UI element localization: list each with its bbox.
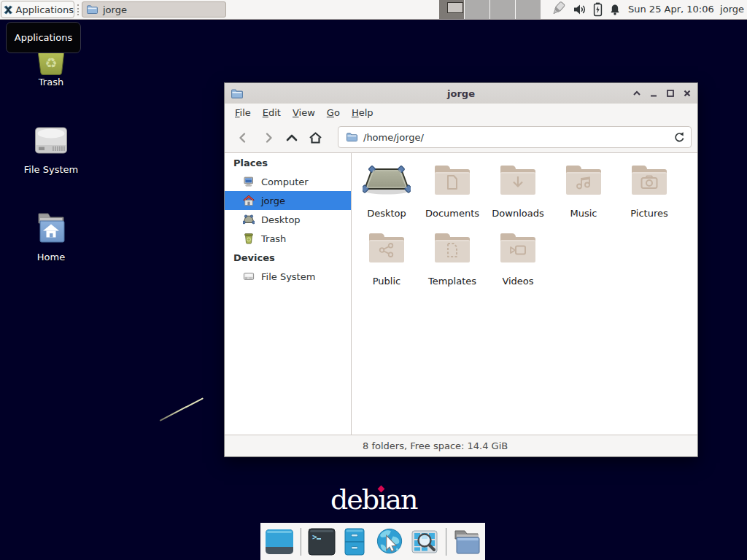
desktop-filesystem-icon[interactable]	[34, 124, 68, 159]
trash-icon	[243, 233, 255, 244]
file-manager-window: jorge File Edit View Go Help /home/jorge…	[224, 82, 698, 457]
folder-music-icon	[566, 166, 601, 195]
dock-show-desktop-icon[interactable]	[265, 528, 294, 558]
reload-button[interactable]	[673, 131, 686, 146]
notifications-bell-icon[interactable]	[609, 4, 621, 16]
window-titlebar[interactable]: jorge	[225, 83, 697, 104]
workspace-4[interactable]	[516, 0, 541, 19]
dock-separator	[301, 528, 301, 556]
window-shade-button[interactable]	[628, 85, 645, 102]
up-button[interactable]	[283, 129, 301, 147]
sidebar-header-devices: Devices	[225, 248, 351, 267]
window-close-button[interactable]	[678, 85, 695, 102]
file-label: Pictures	[630, 208, 667, 219]
desktop-scratch-line	[160, 397, 204, 421]
computer-icon	[243, 176, 255, 187]
battery-icon[interactable]	[592, 2, 603, 17]
sidebar-item-label: Desktop	[261, 214, 301, 225]
window-statusbar: 8 folders, Free space: 14.4 GiB	[225, 435, 697, 456]
file-label: Documents	[425, 208, 479, 219]
menu-help[interactable]: Help	[346, 104, 379, 122]
panel-user-label[interactable]: jorge	[720, 0, 744, 19]
top-panel: Applications jorge Sun 25 Apr, 10:06 jor…	[0, 0, 747, 20]
sidebar-item-computer[interactable]: Computer	[225, 172, 351, 191]
sidebar: Places Computer jorge Desktop Trash Devi…	[225, 153, 352, 435]
file-view[interactable]: Desktop Documents Downloads	[352, 153, 697, 435]
window-menubar: File Edit View Go Help	[225, 104, 697, 122]
svg-text:>: >	[312, 532, 317, 542]
drive-icon	[243, 271, 255, 282]
home-icon	[243, 195, 255, 206]
folder-pictures-icon	[632, 166, 667, 195]
folder-downloads-icon	[500, 166, 535, 195]
file-pictures[interactable]: Pictures	[616, 153, 682, 221]
dock-folder-icon[interactable]	[452, 528, 482, 558]
folder-icon	[86, 4, 98, 15]
sidebar-item-desktop[interactable]: Desktop	[225, 210, 351, 229]
panel-clock[interactable]: Sun 25 Apr, 10:06	[628, 0, 714, 19]
workspace-1[interactable]	[439, 0, 464, 19]
sidebar-item-jorge[interactable]: jorge	[225, 191, 351, 210]
window-minimize-button[interactable]	[645, 85, 662, 102]
path-folder-icon	[346, 131, 357, 143]
file-music[interactable]: Music	[551, 153, 616, 221]
workspace-3[interactable]	[490, 0, 515, 19]
file-label: Music	[570, 208, 597, 219]
taskbar-window-label: jorge	[103, 4, 127, 15]
window-maximize-button[interactable]	[662, 85, 678, 102]
stylus-tool-icon[interactable]	[549, 1, 568, 18]
desktop-home-icon[interactable]	[34, 210, 69, 246]
xfce-applications-icon	[4, 4, 13, 16]
system-tray	[546, 0, 624, 19]
file-public[interactable]: Public	[354, 221, 419, 289]
folder-videos-icon	[500, 233, 535, 262]
sidebar-item-label: Trash	[261, 233, 286, 244]
file-label: Videos	[502, 276, 533, 287]
bottom-dock: >	[260, 523, 485, 560]
sidebar-item-label: Computer	[261, 176, 309, 187]
file-downloads[interactable]: Downloads	[485, 153, 551, 221]
back-button[interactable]	[234, 129, 252, 147]
file-label: Downloads	[492, 208, 543, 219]
menu-view[interactable]: View	[287, 104, 321, 122]
volume-icon[interactable]	[573, 4, 587, 15]
folder-public-icon	[369, 233, 404, 262]
dock-terminal-icon[interactable]: >	[307, 528, 336, 558]
file-desktop[interactable]: Desktop	[354, 153, 419, 221]
debian-logo-i-dot: ı	[378, 483, 385, 516]
sidebar-item-trash[interactable]: Trash	[225, 229, 351, 248]
home-button[interactable]	[306, 129, 324, 147]
path-bar[interactable]: /home/jorge/	[338, 126, 692, 148]
window-toolbar: /home/jorge/	[225, 122, 697, 153]
menu-file[interactable]: File	[229, 104, 257, 122]
applications-tooltip: Applications	[6, 22, 81, 53]
workspace-window-thumb	[447, 2, 463, 13]
workspace-switcher[interactable]	[439, 0, 541, 19]
menu-go[interactable]: Go	[321, 104, 346, 122]
path-text[interactable]: /home/jorge/	[363, 132, 424, 143]
forward-button[interactable]	[260, 129, 277, 147]
sidebar-item-filesystem[interactable]: File System	[225, 267, 351, 286]
sidebar-header-places: Places	[225, 153, 351, 172]
desktop-trash-label[interactable]: Trash	[7, 77, 95, 88]
window-title: jorge	[225, 88, 697, 99]
dock-web-browser-icon[interactable]	[375, 528, 404, 558]
panel-handle	[77, 4, 79, 15]
dock-file-manager-icon[interactable]	[341, 528, 368, 558]
file-label: Desktop	[367, 208, 406, 219]
desktop-filesystem-label[interactable]: File System	[7, 164, 95, 175]
dock-separator	[446, 528, 446, 556]
desktop-icon	[243, 214, 255, 225]
svg-text:♻: ♻	[44, 55, 57, 71]
desktop-home-label[interactable]: Home	[7, 252, 95, 262]
file-documents[interactable]: Documents	[419, 153, 485, 221]
file-templates[interactable]: Templates	[419, 221, 485, 289]
menu-edit[interactable]: Edit	[257, 104, 287, 122]
applications-menu-button[interactable]: Applications	[1, 1, 74, 18]
workspace-2[interactable]	[465, 0, 489, 19]
dock-app-finder-icon[interactable]	[411, 528, 438, 558]
debian-logo: debıan	[330, 483, 415, 516]
file-label: Templates	[428, 276, 476, 287]
taskbar-window-button[interactable]: jorge	[82, 1, 226, 18]
file-videos[interactable]: Videos	[485, 221, 551, 289]
